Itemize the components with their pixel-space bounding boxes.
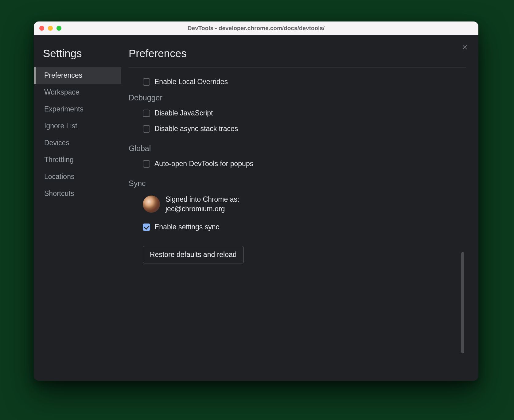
signed-in-prefix: Signed into Chrome as: [165, 195, 239, 204]
page-title: Preferences [129, 47, 466, 60]
sidebar-item-experiments[interactable]: Experiments [34, 101, 121, 118]
preferences-scroll-area[interactable]: Enable Local Overrides Debugger Disable … [129, 68, 466, 381]
sidebar-title: Settings [34, 47, 121, 67]
checkbox-row-enable-settings-sync[interactable]: Enable settings sync [143, 223, 466, 231]
checkbox-label: Enable Local Overrides [154, 78, 228, 86]
checkbox-row-disable-async-stack-traces[interactable]: Disable async stack traces [143, 125, 466, 133]
signed-in-email: jec@chromium.org [165, 204, 239, 214]
sidebar-item-shortcuts[interactable]: Shortcuts [34, 185, 121, 202]
sidebar-item-label: Throttling [44, 156, 74, 164]
sidebar-item-throttling[interactable]: Throttling [34, 151, 121, 168]
checkbox-auto-open-devtools[interactable] [143, 160, 150, 168]
sidebar-item-label: Shortcuts [44, 189, 74, 197]
sidebar-item-label: Experiments [44, 105, 84, 113]
checkbox-row-disable-javascript[interactable]: Disable JavaScript [143, 109, 466, 117]
sidebar-item-devices[interactable]: Devices [34, 134, 121, 151]
checkbox-label: Disable async stack traces [154, 125, 238, 133]
sync-user-info: Signed into Chrome as: jec@chromium.org [143, 195, 466, 214]
sync-user-text: Signed into Chrome as: jec@chromium.org [165, 195, 239, 214]
checkbox-label: Auto-open DevTools for popups [154, 160, 253, 168]
button-label: Restore defaults and reload [150, 251, 237, 259]
section-sync: Sync Signed into Chrome as: jec@chromium… [129, 179, 466, 263]
checkbox-label: Enable settings sync [154, 223, 219, 231]
maximize-window-button[interactable] [56, 26, 61, 31]
window-title: DevTools - developer.chrome.com/docs/dev… [34, 25, 478, 32]
close-window-button[interactable] [39, 26, 44, 31]
settings-main: Preferences Enable Local Overrides Debug… [121, 35, 478, 381]
sidebar-item-locations[interactable]: Locations [34, 168, 121, 185]
settings-body: Settings Preferences Workspace Experimen… [34, 35, 478, 381]
devtools-window: DevTools - developer.chrome.com/docs/dev… [34, 21, 478, 381]
section-heading: Global [129, 144, 466, 153]
titlebar: DevTools - developer.chrome.com/docs/dev… [34, 21, 478, 35]
avatar [143, 196, 160, 213]
sidebar-item-label: Locations [44, 173, 74, 181]
sidebar-item-label: Ignore List [44, 122, 77, 130]
sidebar-item-label: Devices [44, 139, 69, 147]
sidebar-item-ignore-list[interactable]: Ignore List [34, 118, 121, 134]
settings-sidebar: Settings Preferences Workspace Experimen… [34, 35, 121, 381]
checkbox-disable-javascript[interactable] [143, 110, 150, 117]
checkbox-disable-async-stack-traces[interactable] [143, 125, 150, 133]
restore-defaults-button[interactable]: Restore defaults and reload [143, 246, 244, 263]
section-debugger: Debugger Disable JavaScript Disable asyn… [129, 93, 466, 133]
section-global: Global Auto-open DevTools for popups [129, 144, 466, 168]
checkbox-row-enable-local-overrides[interactable]: Enable Local Overrides [143, 78, 466, 86]
checkbox-label: Disable JavaScript [154, 109, 213, 117]
sidebar-item-preferences[interactable]: Preferences [34, 67, 121, 84]
checkbox-enable-local-overrides[interactable] [143, 78, 150, 86]
minimize-window-button[interactable] [48, 26, 53, 31]
scrollbar-thumb[interactable] [461, 252, 464, 353]
checkbox-row-auto-open-devtools[interactable]: Auto-open DevTools for popups [143, 160, 466, 168]
section-heading: Sync [129, 179, 466, 188]
checkbox-enable-settings-sync[interactable] [143, 224, 150, 231]
section-heading: Debugger [129, 93, 466, 102]
traffic-lights [39, 26, 61, 31]
sidebar-item-workspace[interactable]: Workspace [34, 84, 121, 101]
sidebar-item-label: Workspace [44, 88, 80, 96]
sidebar-item-label: Preferences [44, 71, 82, 79]
